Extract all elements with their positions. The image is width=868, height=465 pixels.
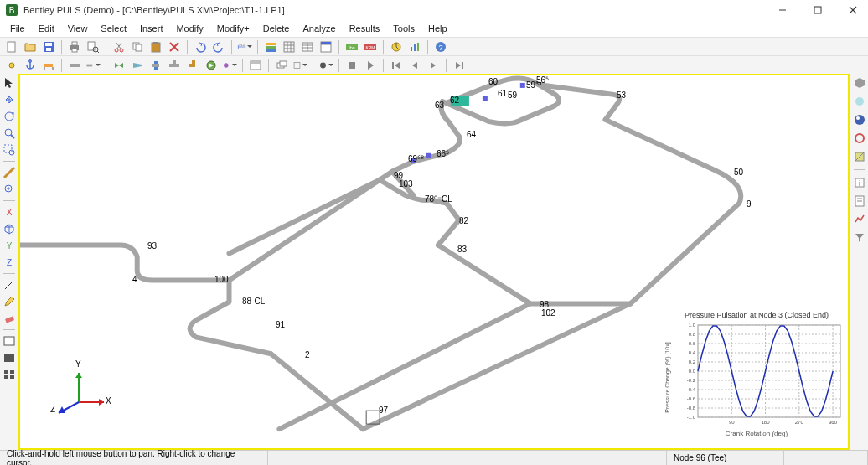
save-button[interactable] [40, 39, 57, 55]
filter-button[interactable] [852, 230, 867, 245]
valve-button[interactable] [111, 57, 127, 74]
pan-tool[interactable] [2, 92, 17, 107]
cut-button[interactable] [111, 39, 127, 55]
tee-button[interactable] [166, 57, 183, 74]
axis-y-tool[interactable]: Y [2, 238, 17, 253]
menu-delete[interactable]: Delete [258, 22, 295, 35]
menu-modify-plus[interactable]: Modify+ [212, 22, 255, 35]
delete-button[interactable] [166, 39, 183, 55]
flange-button[interactable] [147, 57, 164, 74]
dimension-button[interactable]: E15 [236, 39, 253, 55]
undo-button[interactable] [192, 39, 209, 55]
svg-rect-31 [266, 46, 276, 49]
table-button[interactable] [299, 39, 316, 55]
pipe-button[interactable] [66, 57, 83, 74]
report-button[interactable] [852, 194, 867, 209]
menu-edit[interactable]: Edit [34, 22, 59, 35]
menu-tools[interactable]: Tools [388, 22, 420, 35]
zoom-fit-tool[interactable] [2, 182, 17, 197]
model-viewport[interactable]: 60 61 62 63 64 59 56⁵ 59⁵⁴ 53 66⁵ 69⁶⁸ 9… [18, 74, 850, 450]
compressor-dd-button[interactable] [221, 57, 238, 74]
help-button[interactable]: ? [432, 39, 449, 55]
svg-rect-60 [70, 64, 80, 67]
reducer-button[interactable] [129, 57, 146, 74]
svg-rect-91 [4, 316, 13, 323]
svg-rect-93 [4, 354, 14, 362]
pipe-dd-button[interactable] [85, 57, 101, 74]
elbow-button[interactable] [184, 57, 201, 74]
axis-iso-tool[interactable] [2, 221, 17, 236]
grid-button[interactable] [281, 39, 297, 55]
node-button[interactable] [3, 57, 20, 74]
menu-insert[interactable]: Insert [135, 22, 168, 35]
open-button[interactable] [22, 39, 39, 55]
menu-results[interactable]: Results [344, 22, 385, 35]
view4-tool[interactable] [2, 367, 17, 382]
menu-modify[interactable]: Modify [171, 22, 208, 35]
zoom-tool[interactable] [2, 126, 17, 141]
analyze-button[interactable] [388, 39, 405, 55]
layers-button[interactable] [262, 39, 279, 55]
play-button[interactable] [362, 57, 379, 74]
info-button[interactable]: i [852, 175, 867, 190]
toolbar-2 [0, 55, 868, 74]
axis-x-tool[interactable]: X [2, 204, 17, 220]
next-button[interactable] [425, 57, 442, 74]
svg-rect-8 [45, 43, 52, 46]
menu-file[interactable]: File [5, 22, 30, 35]
rotate-tool[interactable] [2, 109, 17, 124]
node-label: 64 [467, 130, 476, 139]
view2-tool[interactable] [2, 350, 17, 365]
axis-z-tool[interactable]: Z [2, 255, 17, 270]
compressor-button[interactable] [203, 57, 220, 74]
first-button[interactable] [388, 57, 405, 74]
paste-button[interactable] [147, 39, 164, 55]
menu-select[interactable]: Select [96, 22, 132, 35]
svg-text:0.8: 0.8 [689, 332, 696, 337]
edit-tool[interactable] [2, 294, 17, 309]
redo-button[interactable] [210, 39, 227, 55]
view-iso-button[interactable] [852, 75, 867, 90]
properties-button[interactable] [318, 39, 334, 55]
app-icon: B [5, 3, 18, 17]
layer-copy-button[interactable] [292, 57, 308, 74]
prev-button[interactable] [406, 57, 423, 74]
measure-tool[interactable] [2, 165, 17, 180]
svg-text:0.0: 0.0 [689, 369, 696, 374]
view-front-button[interactable] [852, 94, 867, 109]
new-button[interactable] [3, 39, 20, 55]
minimize-button[interactable] [772, 0, 793, 20]
last-button[interactable] [451, 57, 468, 74]
restraint-button[interactable] [40, 57, 57, 74]
menu-analyze[interactable]: Analyze [297, 22, 340, 35]
chart-xlabel: Crank Rotation (deg) [669, 430, 845, 437]
chart-button[interactable] [406, 39, 423, 55]
zoom-window-tool[interactable] [2, 142, 17, 158]
menu-view[interactable]: View [63, 22, 93, 35]
view-wire-button[interactable] [852, 131, 867, 146]
window-button[interactable] [247, 57, 264, 74]
view1-tool[interactable] [2, 333, 17, 349]
units-kpm-button[interactable]: KPM [362, 39, 379, 55]
plot-button[interactable] [852, 212, 867, 227]
menubar: File Edit View Select Insert Modify Modi… [0, 20, 868, 37]
menu-help[interactable]: Help [423, 22, 452, 35]
select-tool[interactable] [2, 75, 17, 90]
anchor-button[interactable] [22, 57, 39, 74]
close-button[interactable] [843, 0, 863, 20]
svg-text:360: 360 [829, 420, 838, 425]
section-button[interactable] [852, 149, 867, 164]
print-preview-button[interactable] [85, 39, 101, 55]
view-shade-button[interactable] [852, 112, 867, 127]
svg-rect-44 [321, 42, 331, 44]
erase-tool[interactable] [2, 311, 17, 326]
svg-text:-0.4: -0.4 [687, 387, 696, 392]
print-button[interactable] [66, 39, 83, 55]
display-mode-button[interactable] [318, 57, 334, 74]
copy-button[interactable] [129, 39, 146, 55]
units-lbs-button[interactable]: lbs [344, 39, 360, 55]
layer-move-button[interactable] [273, 57, 290, 74]
maximize-button[interactable] [808, 0, 828, 20]
line-tool[interactable] [2, 277, 17, 292]
stop-button[interactable] [344, 57, 360, 74]
